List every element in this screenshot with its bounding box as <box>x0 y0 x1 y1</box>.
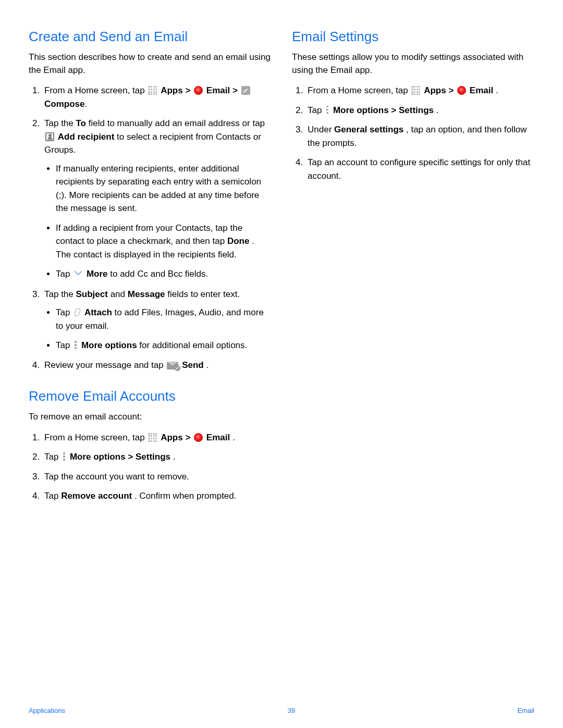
more-options-icon <box>73 340 78 350</box>
apps-grid-icon <box>148 433 157 442</box>
create-send-email-section: Create and Send an Email This section de… <box>29 29 271 372</box>
chevron-down-icon <box>74 267 82 280</box>
list-item: Tap the Subject and Message fields to en… <box>42 288 271 352</box>
list-item: Tap the To field to manually add an emai… <box>42 117 271 281</box>
list-item: If adding a recipient from your Contacts… <box>56 221 271 262</box>
send-icon <box>167 362 178 369</box>
apps-grid-icon <box>411 86 420 95</box>
list-item: From a Home screen, tap Apps > Email > C… <box>42 84 271 110</box>
page-footer: Applications 39 Email <box>29 707 534 714</box>
remove-accounts-section: Remove Email Accounts To remove an email… <box>29 388 271 503</box>
email-app-icon <box>194 86 203 95</box>
list-item: Tap Remove account . Confirm when prompt… <box>42 489 271 503</box>
list-item: Tap an account to configure specific set… <box>305 156 534 182</box>
intro-remove: To remove an email account: <box>29 411 271 424</box>
remove-steps: From a Home screen, tap Apps > Email . T… <box>29 431 271 503</box>
list-item: From a Home screen, tap Apps > Email . <box>42 431 271 445</box>
page-number: 39 <box>288 707 295 714</box>
settings-steps: From a Home screen, tap Apps > Email . T… <box>292 84 534 182</box>
create-send-steps: From a Home screen, tap Apps > Email > C… <box>29 84 271 372</box>
list-item: Tap the account you want to remove. <box>42 470 271 484</box>
apps-grid-icon <box>148 86 157 95</box>
compose-icon <box>241 86 250 95</box>
list-item: Tap Attach to add Files, Images, Audio, … <box>56 306 271 332</box>
more-options-icon <box>325 105 330 115</box>
list-item: Under General settings , tap an option, … <box>305 123 534 150</box>
heading-create-send: Create and Send an Email <box>29 29 271 45</box>
footer-left: Applications <box>29 707 65 714</box>
list-item: Review your message and tap Send . <box>42 359 271 372</box>
list-item: If manually entering recipients, enter a… <box>56 162 271 215</box>
email-app-icon <box>194 433 203 442</box>
email-settings-section: Email Settings These settings allow you … <box>292 29 534 182</box>
list-item: Tap More to add Cc and Bcc fields. <box>56 267 271 281</box>
intro-create-send: This section describes how to create and… <box>29 51 271 77</box>
list-item: Tap More options > Settings . <box>42 450 271 464</box>
list-item: Tap More options > Settings . <box>305 104 534 117</box>
attach-icon <box>74 307 81 317</box>
heading-remove-accounts: Remove Email Accounts <box>29 388 271 404</box>
intro-settings: These settings allow you to modify setti… <box>292 51 534 77</box>
list-item: Tap More options for additional email op… <box>56 339 271 352</box>
heading-email-settings: Email Settings <box>292 29 534 45</box>
add-recipient-icon <box>45 132 54 141</box>
list-item: From a Home screen, tap Apps > Email . <box>305 84 534 97</box>
email-app-icon <box>457 86 466 95</box>
more-options-icon <box>62 452 67 461</box>
footer-right: Email <box>517 707 534 714</box>
